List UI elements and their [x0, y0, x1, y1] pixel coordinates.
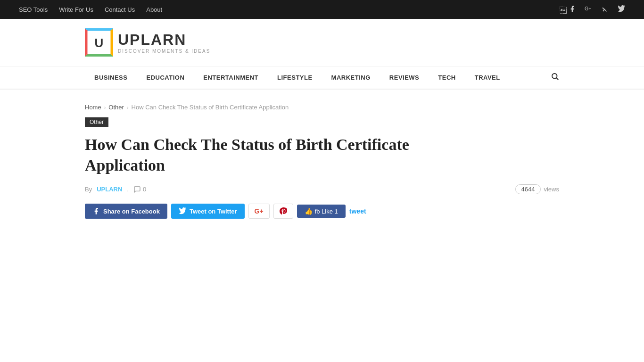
share-pinterest-button[interactable]: [273, 204, 293, 219]
svg-text:U: U: [95, 36, 104, 50]
thumbs-up-icon: 👍: [305, 207, 313, 215]
twitter-social-icon[interactable]: [618, 5, 625, 14]
share-facebook-label: Share on Facebook: [103, 208, 160, 215]
logo-name: UPLARN: [118, 31, 210, 49]
logo-icon: U: [85, 28, 113, 57]
nav-contact-us[interactable]: Contact Us: [105, 6, 135, 13]
nav-links: BUSINESS EDUCATION ENTERTAINMENT LIFESTY…: [85, 66, 510, 89]
nav-education[interactable]: EDUCATION: [137, 66, 194, 89]
nav-business[interactable]: BUSINESS: [85, 66, 137, 89]
article-meta: By UPLARN . 0 4644 views: [85, 184, 559, 194]
by-label: By: [85, 186, 92, 193]
comment-number: 0: [143, 186, 146, 193]
views-area: 4644 views: [515, 184, 559, 194]
svg-line-9: [556, 78, 558, 79]
nav-travel[interactable]: TRAVEL: [465, 66, 510, 89]
top-bar-social:  G+: [560, 5, 625, 15]
googleplus-social-icon[interactable]: G+: [585, 5, 593, 15]
meta-dot: .: [127, 186, 129, 193]
comment-count: 0: [133, 186, 146, 193]
fb-like-button[interactable]: 👍 fb Like 1: [297, 205, 346, 218]
share-twitter-button[interactable]: Tweet on Twitter: [171, 204, 245, 219]
logo-text: UPLARN DISCOVER MOMENTS & IDEAS: [118, 31, 210, 54]
svg-point-1: [603, 10, 604, 11]
nav-seo-tools[interactable]: SEO Tools: [19, 6, 48, 13]
share-twitter-label: Tweet on Twitter: [190, 208, 237, 215]
logo-tagline: DISCOVER MOMENTS & IDEAS: [118, 49, 210, 54]
author-link[interactable]: UPLARN: [97, 186, 122, 193]
search-icon[interactable]: [551, 72, 559, 83]
breadcrumb-home[interactable]: Home: [85, 104, 101, 111]
article-title: How Can Check The Status of Birth Certif…: [85, 134, 415, 176]
breadcrumb-current: How Can Check The Status of Birth Certif…: [132, 104, 289, 111]
nav-about[interactable]: About: [146, 6, 162, 13]
rss-social-icon[interactable]: [602, 5, 609, 14]
nav-marketing[interactable]: MARKETING: [322, 66, 380, 89]
top-bar: SEO Tools Write For Us Contact Us About …: [0, 0, 644, 19]
nav-lifestyle[interactable]: LIFESTYLE: [268, 66, 322, 89]
nav-tech[interactable]: TECH: [429, 66, 465, 89]
views-label: views: [544, 186, 559, 193]
nav-reviews[interactable]: REVIEWS: [380, 66, 429, 89]
googleplus-symbol: G+: [255, 207, 264, 215]
top-bar-links: SEO Tools Write For Us Contact Us About: [19, 6, 162, 13]
category-badge[interactable]: Other: [85, 117, 108, 127]
main-nav: BUSINESS EDUCATION ENTERTAINMENT LIFESTY…: [0, 66, 644, 90]
breadcrumb-sep1: ›: [104, 105, 106, 110]
nav-write-for-us[interactable]: Write For Us: [59, 6, 93, 13]
breadcrumb: Home › Other › How Can Check The Status …: [85, 104, 559, 111]
site-header: U UPLARN DISCOVER MOMENTS & IDEAS: [0, 19, 644, 66]
share-googleplus-button[interactable]: G+: [248, 204, 270, 219]
views-count: 4644: [515, 184, 541, 194]
nav-entertainment[interactable]: ENTERTAINMENT: [194, 66, 268, 89]
facebook-social-icon[interactable]: : [560, 5, 576, 14]
breadcrumb-category[interactable]: Other: [108, 104, 124, 111]
share-row: Share on Facebook Tweet on Twitter G+ 👍 …: [85, 204, 559, 219]
tweet-link[interactable]: tweet: [349, 207, 366, 215]
breadcrumb-sep2: ›: [127, 105, 129, 110]
share-facebook-button[interactable]: Share on Facebook: [85, 204, 167, 219]
svg-rect-2: [87, 30, 111, 55]
svg-text:G+: G+: [585, 6, 591, 11]
fb-like-label: fb Like 1: [315, 208, 338, 215]
content-wrapper: Home › Other › How Can Check The Status …: [0, 90, 644, 228]
logo[interactable]: U UPLARN DISCOVER MOMENTS & IDEAS: [85, 28, 210, 57]
